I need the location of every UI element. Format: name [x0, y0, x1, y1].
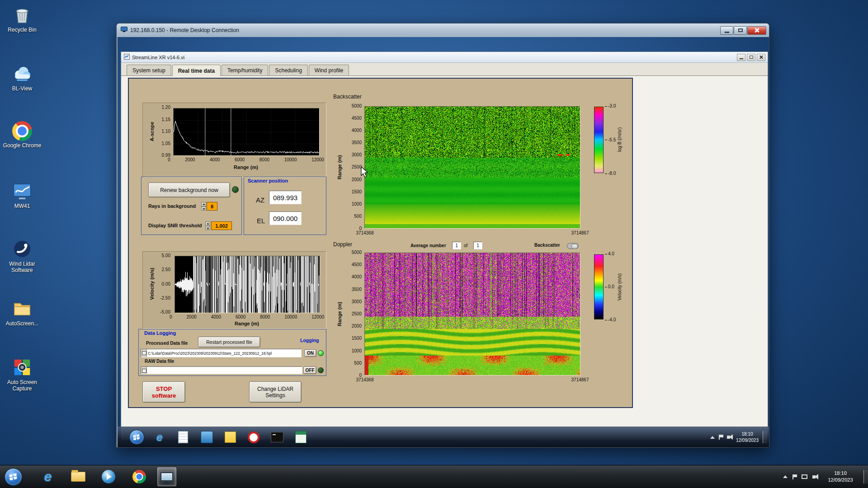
el-value-field[interactable]: 090.000	[269, 211, 302, 225]
maximize-button[interactable]	[734, 26, 747, 35]
average-count-field[interactable]: 1	[473, 242, 482, 249]
mw41-icon	[12, 181, 33, 202]
remote-taskbar-spreadsheet[interactable]	[292, 429, 309, 446]
remote-taskbar-power-app[interactable]	[245, 429, 262, 446]
scanner-position-box: Scanner position AZ 089.993 EL 090.000	[244, 177, 326, 235]
browse-icon[interactable]	[141, 367, 147, 374]
app-close-button[interactable]	[757, 54, 765, 61]
stepper-up-icon[interactable]	[201, 202, 206, 206]
remote-start-button[interactable]	[129, 430, 144, 445]
velocity-x-label: Range (m)	[215, 321, 278, 326]
rdp-icon	[121, 27, 127, 34]
rdp-title-bar[interactable]: 192.168.0.150 - Remote Desktop Connectio…	[117, 23, 769, 37]
restore-icon	[750, 56, 753, 59]
app-title-bar[interactable]: StreamLine XR v14-6.vi	[121, 52, 768, 63]
action-center-icon[interactable]	[793, 474, 797, 479]
tab-system-setup[interactable]: System setup	[127, 65, 171, 75]
taskbar-remote-desktop-active[interactable]	[157, 467, 176, 486]
desktop-icon-auto-screen-capture[interactable]: Auto Screen Capture	[1, 357, 43, 392]
network-icon[interactable]	[802, 474, 807, 479]
processed-path-field[interactable]: C:\Lidar\Data\Proc\2023\202309\20230912\…	[141, 349, 302, 357]
desktop-icon-mw41[interactable]: MW41	[1, 181, 43, 209]
raw-path-field[interactable]	[141, 366, 302, 374]
tab-temp-humidity[interactable]: Temp/humidity	[222, 65, 268, 75]
tick-label: 0	[168, 158, 170, 162]
minimize-button[interactable]	[720, 26, 733, 35]
host-taskbar: e 18:10 12/09/2023	[0, 465, 868, 488]
taskbar-ie[interactable]: e	[38, 467, 57, 486]
desktop-icon-wind-lidar[interactable]: Wind Lidar Software	[1, 239, 43, 273]
app-minimize-button[interactable]	[737, 54, 745, 61]
remote-taskbar-cmd[interactable]	[269, 429, 285, 446]
remote-taskbar-tool[interactable]	[198, 429, 215, 446]
tick-label: 6000	[235, 158, 245, 162]
tray-expand-icon[interactable]	[783, 475, 788, 478]
taskbar-chrome[interactable]	[130, 467, 149, 486]
snr-value-field[interactable]: 1.002	[211, 221, 232, 230]
backscatter-x-start: 3714368	[356, 230, 374, 235]
icon-label: Google Chrome	[3, 142, 42, 149]
volume-icon[interactable]	[812, 475, 816, 479]
app-window-title: StreamLine XR v14-6.vi	[132, 55, 184, 60]
stepper-up-icon[interactable]	[205, 221, 210, 226]
action-center-icon[interactable]	[719, 435, 723, 440]
app-restore-button[interactable]	[747, 54, 755, 61]
remote-show-desktop-button[interactable]	[763, 431, 767, 443]
host-clock[interactable]: 18:10 12/09/2023	[822, 470, 859, 483]
tab-scheduling[interactable]: Scheduling	[269, 65, 307, 75]
remote-taskbar-notepad[interactable]	[175, 429, 191, 446]
taskbar-explorer[interactable]	[69, 467, 88, 486]
tick-label: 0.00	[162, 282, 170, 286]
browse-icon[interactable]	[141, 349, 147, 357]
start-button[interactable]	[5, 468, 22, 486]
desktop-icon-recycle-bin[interactable]: Recycle Bin	[1, 5, 43, 33]
chrome-icon	[132, 470, 146, 483]
desktop-icon-autoscreen-folder[interactable]: AutoScreen...	[1, 298, 43, 327]
streamline-app-window: StreamLine XR v14-6.vi System setup Real…	[121, 52, 768, 440]
snr-stepper[interactable]	[205, 221, 210, 230]
icon-label: Recycle Bin	[8, 27, 36, 33]
tick-label: 1000	[352, 349, 362, 353]
tick-label: 500	[354, 361, 362, 366]
tab-wind-profile[interactable]: Wind profile	[309, 65, 349, 75]
average-number-field[interactable]: 1	[452, 242, 461, 249]
rays-value-field[interactable]: 8	[207, 202, 217, 211]
processed-logging-state[interactable]: ON	[304, 349, 316, 357]
rays-stepper[interactable]	[201, 202, 206, 211]
logging-label: Logging	[300, 338, 319, 343]
remote-taskbar-sticky-notes[interactable]	[222, 429, 238, 446]
folder-icon	[71, 472, 85, 482]
tick-label: 2000	[352, 324, 362, 328]
restart-processed-file-button[interactable]: Restart processed file	[198, 337, 260, 347]
tick-label: 5000	[352, 104, 362, 108]
processed-logging-led	[318, 350, 324, 356]
internet-explorer-icon: e	[44, 469, 52, 484]
taskbar-media-player[interactable]	[99, 467, 118, 486]
raw-logging-state[interactable]: OFF	[303, 366, 316, 374]
stop-software-button[interactable]: STOP software	[142, 381, 185, 403]
stepper-down-icon[interactable]	[201, 206, 206, 211]
tick-label: 3000	[352, 300, 362, 304]
renew-background-button[interactable]: Renew background now	[148, 183, 230, 197]
icon-label: BL-View	[12, 85, 32, 92]
volume-icon[interactable]	[727, 436, 730, 439]
show-desktop-button[interactable]	[863, 470, 868, 483]
desktop-icon-bl-view[interactable]: BL-View	[1, 63, 43, 92]
remote-taskbar-ie[interactable]: e	[151, 429, 168, 446]
average-number-label: Average number	[410, 243, 446, 248]
close-button[interactable]	[747, 26, 766, 35]
stepper-down-icon[interactable]	[205, 226, 210, 230]
tray-expand-icon[interactable]	[710, 436, 715, 439]
tab-real-time-data[interactable]: Real time data	[172, 65, 221, 76]
remote-clock[interactable]: 18:10 12/09/2023	[736, 431, 759, 443]
tick-label: 0	[170, 315, 172, 319]
change-lidar-settings-button[interactable]: Change LiDAR Settings	[249, 381, 302, 403]
az-value-field[interactable]: 089.993	[269, 191, 302, 204]
backscatter-toggle[interactable]	[567, 243, 579, 249]
velocity-plot	[175, 256, 320, 313]
renew-led	[232, 186, 239, 193]
host-clock-time: 18:10	[822, 470, 859, 477]
desktop-icon-google-chrome[interactable]: Google Chrome	[1, 121, 43, 149]
tick-label: 4000	[352, 275, 362, 279]
backscatter-x-end: 3714867	[571, 230, 589, 235]
